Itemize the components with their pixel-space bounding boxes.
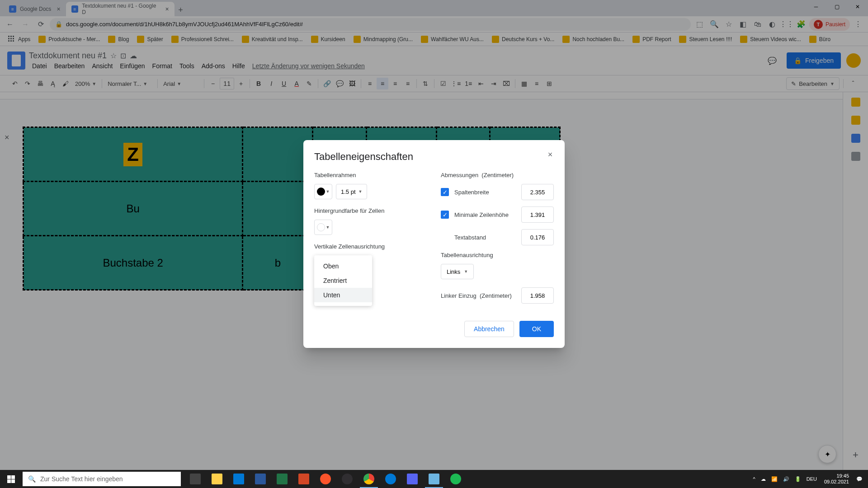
cell-padding-input[interactable]: [521, 229, 554, 245]
onedrive-icon[interactable]: ☁: [759, 476, 768, 482]
task-view-button[interactable]: [184, 470, 206, 488]
border-color-picker[interactable]: ▼: [314, 184, 332, 199]
dim-section-text: Abmessungen: [441, 172, 478, 178]
valign-option-bottom[interactable]: Unten: [314, 288, 372, 302]
table-align-value: Links: [447, 268, 460, 275]
clock-time: 19:45: [824, 473, 849, 479]
modal-overlay: Tabelleneigenschaften × Tabellenrahmen ▼…: [0, 0, 868, 488]
indent-input[interactable]: [521, 287, 554, 304]
language-indicator[interactable]: DEU: [805, 476, 819, 482]
windows-taskbar: 🔍 Zur Suche Text hier eingeben ^ ☁ 📶 🔊 🔋…: [0, 470, 868, 488]
wifi-icon[interactable]: 📶: [769, 476, 779, 482]
spotify-button[interactable]: [445, 470, 467, 488]
word-button[interactable]: [250, 470, 271, 488]
start-button[interactable]: [0, 470, 22, 488]
clock-date: 09.02.2021: [824, 479, 849, 485]
taskbar-search[interactable]: 🔍 Zur Suche Text hier eingeben: [23, 472, 181, 486]
notifications-icon[interactable]: 💬: [854, 476, 864, 482]
search-icon: 🔍: [28, 475, 36, 483]
column-width-checkbox[interactable]: ✓: [441, 188, 449, 196]
valign-section-label: Vertikale Zellenausrichtung: [314, 243, 427, 250]
dimensions-section-label: Abmessungen (Zentimeter): [441, 172, 554, 178]
bg-section-label: Hintergrundfarbe für Zellen: [314, 207, 427, 214]
border-section-label: Tabellenrahmen: [314, 172, 427, 178]
indent-label: Linker Einzug (Zentimeter): [441, 292, 516, 299]
indent-text: Linker Einzug: [441, 292, 476, 299]
row-height-checkbox[interactable]: ✓: [441, 211, 449, 219]
cancel-button[interactable]: Abbrechen: [464, 321, 514, 337]
border-weight-select[interactable]: 1.5 pt ▼: [336, 184, 367, 199]
dialog-title: Tabelleneigenschaften: [314, 151, 554, 163]
row-height-label: Minimale Zeilenhöhe: [454, 211, 516, 218]
chevron-down-icon: ▼: [359, 189, 363, 194]
file-explorer-button[interactable]: [206, 470, 228, 488]
check-icon: ✓: [443, 211, 448, 218]
table-align-select[interactable]: Links ▼: [441, 264, 474, 279]
indent-unit: (Zentimeter): [480, 292, 512, 299]
powerpoint-button[interactable]: [293, 470, 315, 488]
excel-button[interactable]: [271, 470, 293, 488]
row-height-input[interactable]: [521, 206, 554, 223]
cell-padding-label: Textabstand: [454, 234, 516, 241]
tray-expand-icon[interactable]: ^: [751, 476, 757, 482]
column-width-input[interactable]: [521, 184, 554, 200]
valign-dropdown: Oben Zentriert Unten: [314, 255, 372, 306]
valign-option-top[interactable]: Oben: [314, 259, 372, 273]
battery-icon[interactable]: 🔋: [793, 476, 803, 482]
table-properties-dialog: Tabelleneigenschaften × Tabellenrahmen ▼…: [303, 140, 565, 348]
column-width-label: Spaltenbreite: [454, 189, 516, 196]
dialog-close-button[interactable]: ×: [543, 147, 557, 162]
notepad-button[interactable]: [423, 470, 445, 488]
check-icon: ✓: [443, 189, 448, 196]
chevron-down-icon: ▼: [464, 269, 468, 274]
border-weight-value: 1.5 pt: [341, 188, 356, 195]
brave-button[interactable]: [315, 470, 336, 488]
bg-color-picker[interactable]: ▼: [314, 220, 332, 235]
taskbar-clock[interactable]: 19:45 09.02.2021: [821, 473, 853, 485]
edge-button[interactable]: [228, 470, 250, 488]
dim-unit-text: (Zentimeter): [481, 172, 514, 178]
table-align-label: Tabellenausrichtung: [441, 252, 554, 258]
color-swatch-icon: [317, 188, 325, 196]
ok-button[interactable]: OK: [519, 321, 554, 337]
color-swatch-icon: [317, 223, 325, 231]
search-placeholder: Zur Suche Text hier eingeben: [40, 475, 123, 483]
chevron-down-icon: ▼: [326, 189, 330, 194]
chevron-down-icon: ▼: [326, 225, 330, 230]
app-button[interactable]: [401, 470, 423, 488]
edge-button-2[interactable]: [380, 470, 401, 488]
volume-icon[interactable]: 🔊: [781, 476, 791, 482]
chrome-button[interactable]: [358, 470, 380, 488]
obs-button[interactable]: [336, 470, 358, 488]
valign-option-center[interactable]: Zentriert: [314, 273, 372, 288]
